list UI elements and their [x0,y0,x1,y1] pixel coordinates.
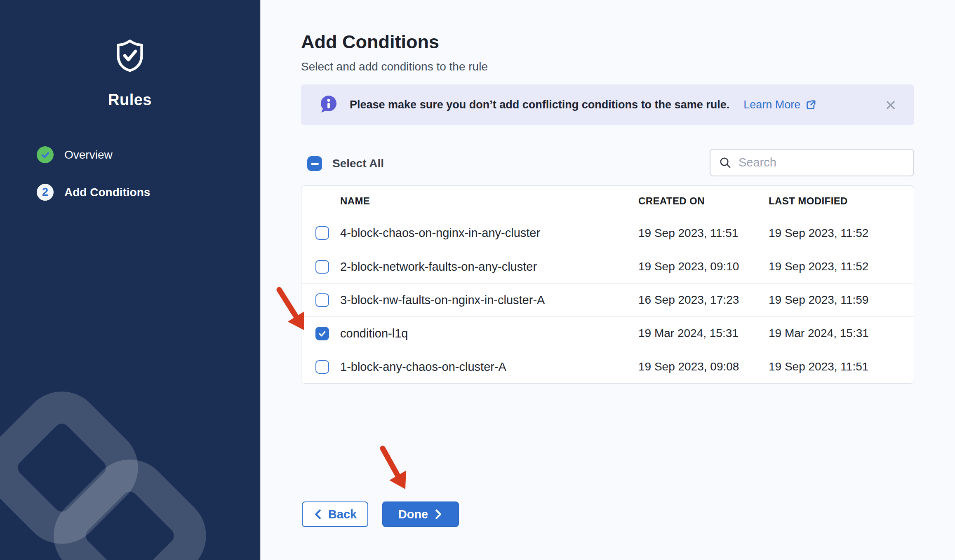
table-row[interactable]: 2-block-network-faults-on-any-cluster 19… [301,250,914,283]
created-on: 19 Mar 2024, 15:31 [638,327,769,340]
step-overview[interactable]: Overview [37,146,150,163]
last-modified: 19 Sep 2023, 11:52 [769,227,914,240]
search-icon [719,156,732,169]
page-subtitle: Select and add conditions to the rule [301,60,488,73]
rules-wizard: Rules Overview 2 Add Conditions Add Cond… [0,0,955,560]
sidebar: Rules Overview 2 Add Conditions [0,0,261,560]
learn-more-link[interactable]: Learn More [743,98,816,111]
table-header: NAME CREATED ON LAST MODIFIED [301,186,914,216]
column-header-name: NAME [340,195,638,207]
info-icon [320,95,337,115]
created-on: 19 Sep 2023, 09:10 [638,260,769,273]
back-label: Back [328,508,357,521]
banner-message: Please make sure you don’t add conflicti… [350,98,729,111]
search-box [710,149,914,176]
back-button[interactable]: Back [302,501,368,527]
step-add-conditions[interactable]: 2 Add Conditions [37,184,150,201]
close-icon [884,99,897,111]
created-on: 16 Sep 2023, 17:23 [638,293,769,307]
row-checkbox[interactable] [315,260,329,274]
conditions-table: NAME CREATED ON LAST MODIFIED 4-block-ch… [301,185,914,384]
last-modified: 19 Sep 2023, 11:51 [769,360,914,373]
column-header-last-modified: LAST MODIFIED [769,195,914,207]
row-checkbox[interactable] [315,360,329,374]
table-row[interactable]: 4-block-chaos-on-nginx-in-any-cluster 19… [301,216,914,250]
done-button[interactable]: Done [382,501,459,527]
chevron-left-icon [313,509,322,520]
last-modified: 19 Mar 2024, 15:31 [769,327,914,340]
step-overview-label: Overview [64,148,113,162]
row-checkbox-checked[interactable] [315,327,329,340]
condition-name: 3-block-nw-faults-on-nginx-in-cluster-A [340,293,638,307]
main-content: Add Conditions Select and add conditions… [261,0,955,560]
last-modified: 19 Sep 2023, 11:52 [769,260,914,273]
row-checkbox[interactable] [315,293,329,307]
info-banner: Please make sure you don’t add conflicti… [301,84,914,125]
created-on: 19 Sep 2023, 11:51 [638,227,769,240]
select-all-control[interactable]: Select All [307,156,384,171]
column-header-created-on: CREATED ON [638,195,769,207]
step-complete-check-icon [37,146,54,163]
created-on: 19 Sep 2023, 09:08 [638,360,769,373]
condition-name: 2-block-network-faults-on-any-cluster [340,260,638,274]
wizard-steps: Overview 2 Add Conditions [37,146,150,201]
indeterminate-dash-icon [311,163,319,165]
chevron-right-icon [434,509,443,520]
table-row[interactable]: 3-block-nw-faults-on-nginx-in-cluster-A … [301,283,914,316]
row-checkbox[interactable] [315,226,329,240]
select-all-label: Select All [332,157,384,170]
check-icon [318,329,327,338]
page-title: Add Conditions [301,31,439,53]
sidebar-title: Rules [0,91,260,109]
select-all-checkbox[interactable] [307,156,322,171]
table-row-selected[interactable]: condition-l1q 19 Mar 2024, 15:31 19 Mar … [301,316,914,350]
step-add-conditions-label: Add Conditions [64,186,150,199]
shield-check-icon [116,39,144,72]
external-link-icon [805,99,816,110]
last-modified: 19 Sep 2023, 11:59 [769,293,914,307]
condition-name: condition-l1q [340,327,638,340]
banner-close-button[interactable] [884,99,897,111]
search-input[interactable] [739,156,905,169]
condition-name: 1-block-any-chaos-on-cluster-A [340,360,638,374]
step-number-badge: 2 [37,184,54,201]
table-row[interactable]: 1-block-any-chaos-on-cluster-A 19 Sep 20… [301,350,914,383]
learn-more-label: Learn More [743,98,800,111]
brand: Rules [0,39,260,109]
condition-name: 4-block-chaos-on-nginx-in-any-cluster [340,226,638,240]
done-label: Done [398,508,428,521]
